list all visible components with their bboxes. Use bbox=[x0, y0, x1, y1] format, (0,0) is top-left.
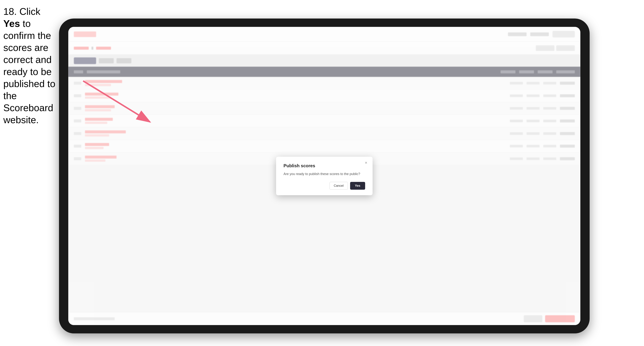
publish-scores-modal: × Publish scores Are you ready to publis… bbox=[276, 157, 372, 195]
tablet-screen: × Publish scores Are you ready to publis… bbox=[68, 27, 580, 325]
modal-cancel-button[interactable]: Cancel bbox=[330, 182, 348, 190]
modal-footer: Cancel Yes bbox=[284, 182, 365, 190]
instruction-bold: Yes bbox=[3, 18, 20, 29]
modal-close-button[interactable]: × bbox=[363, 160, 369, 166]
instruction-after: to confirm the scores are correct and re… bbox=[3, 18, 55, 125]
instruction-plain: Click bbox=[17, 6, 40, 17]
modal-body-text: Are you ready to publish these scores to… bbox=[284, 172, 365, 176]
modal-yes-button[interactable]: Yes bbox=[350, 182, 365, 190]
modal-overlay: × Publish scores Are you ready to publis… bbox=[68, 27, 580, 325]
modal-title: Publish scores bbox=[284, 163, 365, 168]
step-number: 18. bbox=[3, 6, 17, 17]
tablet-device: × Publish scores Are you ready to publis… bbox=[59, 18, 590, 334]
instruction-text: 18. Click Yes to confirm the scores are … bbox=[3, 5, 58, 126]
